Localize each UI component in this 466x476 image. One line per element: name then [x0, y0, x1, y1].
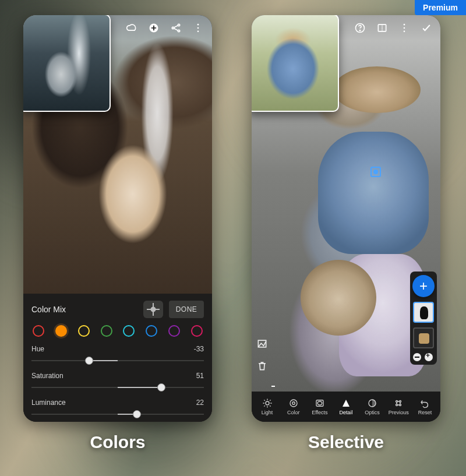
- svg-point-2: [178, 24, 179, 26]
- saturation-knob[interactable]: [157, 383, 165, 392]
- svg-point-8: [359, 30, 360, 31]
- tool-light[interactable]: Light: [255, 398, 280, 415]
- help-circle-icon[interactable]: [354, 22, 366, 34]
- svg-point-20: [396, 401, 398, 403]
- cloud-sync-icon[interactable]: [126, 22, 137, 34]
- svg-point-4: [197, 24, 199, 26]
- mask-subtract-icon[interactable]: [413, 353, 421, 361]
- svg-rect-9: [378, 24, 386, 31]
- premium-badge: Premium: [415, 0, 466, 15]
- slider-label: Luminance: [31, 399, 66, 407]
- timeline-marker[interactable]: [271, 386, 275, 387]
- svg-point-15: [290, 400, 297, 407]
- left-tool-column: [256, 338, 268, 372]
- svg-point-10: [404, 24, 405, 26]
- hue-track[interactable]: [31, 355, 204, 366]
- tool-label: Light: [262, 410, 273, 415]
- tool-label: Color: [287, 410, 300, 415]
- luminance-track[interactable]: [31, 409, 204, 419]
- saturation-slider: Saturation 51: [31, 372, 204, 393]
- slider-value: 51: [196, 372, 204, 380]
- swatch-green[interactable]: [101, 325, 112, 337]
- tool-label: Optics: [365, 410, 380, 415]
- mask-modify-row: [413, 353, 434, 361]
- more-vert-icon[interactable]: [398, 22, 410, 34]
- tool-detail[interactable]: Detail: [333, 398, 359, 415]
- tool-previous[interactable]: Previous: [386, 398, 411, 415]
- color-mix-panel: Color Mix DONE Hue -33 Saturation 51: [23, 294, 212, 422]
- svg-point-5: [197, 27, 199, 29]
- caption-colors: Colors: [23, 432, 212, 452]
- tool-color[interactable]: Color: [281, 398, 306, 415]
- swatch-red[interactable]: [33, 325, 44, 337]
- svg-point-3: [178, 30, 179, 31]
- swatch-purple[interactable]: [168, 325, 180, 337]
- original-photo-thumbnail[interactable]: [252, 15, 339, 112]
- swatch-yellow[interactable]: [78, 325, 90, 337]
- undo-reset-icon: [419, 398, 430, 408]
- caption-selective: Selective: [252, 432, 440, 452]
- mask-side-panel: +: [410, 272, 437, 365]
- svg-point-11: [404, 27, 405, 29]
- compare-before-after-icon[interactable]: [376, 22, 388, 34]
- svg-point-18: [317, 401, 322, 405]
- svg-point-21: [400, 401, 401, 403]
- previous-edits-icon: [393, 398, 404, 408]
- share-icon[interactable]: [170, 22, 182, 34]
- svg-point-23: [400, 404, 401, 406]
- svg-point-14: [266, 401, 269, 405]
- slider-value: -33: [194, 345, 204, 353]
- done-button[interactable]: DONE: [169, 301, 204, 318]
- triangle-detail-icon: [341, 398, 351, 408]
- add-circle-icon[interactable]: [148, 22, 160, 34]
- hue-slider: Hue -33: [31, 345, 204, 366]
- hue-knob[interactable]: [85, 357, 93, 365]
- svg-point-22: [396, 404, 398, 406]
- lens-icon: [367, 398, 377, 408]
- svg-point-16: [292, 402, 295, 405]
- phone-screenshot-selective: + LightColorEffectsDetailOpticsPreviousR…: [252, 15, 440, 422]
- color-swatch-row: [31, 324, 204, 339]
- svg-point-1: [172, 27, 174, 29]
- more-vert-icon[interactable]: [192, 22, 204, 34]
- luminance-knob[interactable]: [133, 410, 141, 418]
- levels-icon[interactable]: [256, 338, 268, 350]
- tool-label: Previous: [389, 410, 409, 415]
- swatch-aqua[interactable]: [123, 325, 135, 337]
- tool-label: Effects: [312, 410, 327, 415]
- mask-add-icon[interactable]: [425, 353, 433, 361]
- saturation-track[interactable]: [31, 382, 204, 393]
- select-subject-badge-icon[interactable]: [370, 167, 381, 177]
- tool-label: Detail: [339, 410, 352, 415]
- svg-point-6: [197, 31, 199, 33]
- vignette-icon: [315, 398, 325, 408]
- mask-subject-thumbnail[interactable]: [413, 302, 434, 323]
- target-sampler-icon[interactable]: [143, 301, 163, 318]
- slider-label: Saturation: [31, 372, 63, 380]
- panel-title: Color Mix: [31, 305, 137, 314]
- tool-effects[interactable]: Effects: [307, 398, 333, 415]
- trash-icon[interactable]: [256, 360, 268, 372]
- tool-optics[interactable]: Optics: [359, 398, 385, 415]
- slider-value: 22: [196, 399, 204, 407]
- tool-label: Reset: [418, 410, 432, 415]
- phone-screenshot-colors: Color Mix DONE Hue -33 Saturation 51: [23, 15, 212, 422]
- luminance-slider: Luminance 22: [31, 399, 204, 419]
- tool-reset[interactable]: Reset: [412, 398, 437, 415]
- swatch-blue[interactable]: [146, 325, 157, 337]
- bottom-tool-bar: LightColorEffectsDetailOpticsPreviousRes…: [252, 392, 440, 422]
- checkmark-icon[interactable]: [421, 22, 432, 34]
- slider-label: Hue: [31, 345, 44, 353]
- brightness-icon: [262, 398, 273, 408]
- mask-inverted-thumbnail[interactable]: [413, 327, 434, 348]
- svg-point-12: [404, 31, 405, 33]
- swatch-orange[interactable]: [55, 325, 67, 337]
- swatch-magenta[interactable]: [191, 325, 203, 337]
- original-photo-thumbnail[interactable]: [23, 15, 111, 112]
- color-wheel-icon: [288, 398, 299, 408]
- add-mask-button[interactable]: +: [412, 275, 435, 297]
